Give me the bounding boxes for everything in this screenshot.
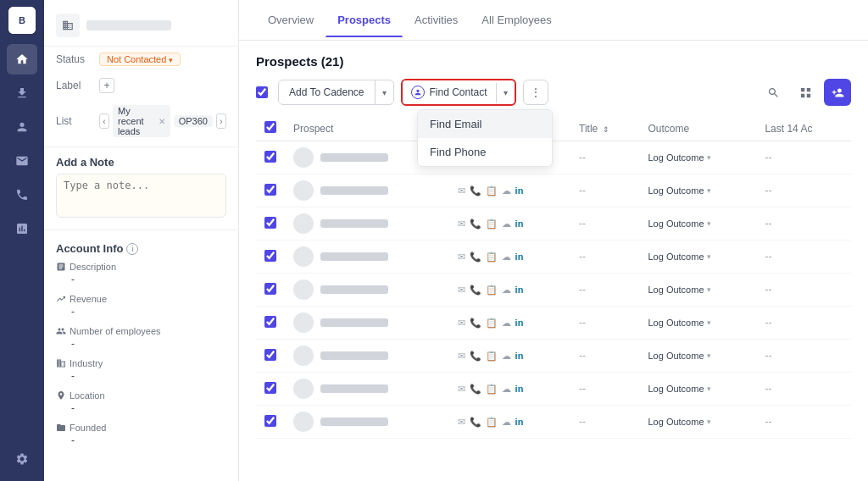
- select-all-checkbox[interactable]: [256, 86, 268, 98]
- calendar-icon[interactable]: 📋: [486, 185, 498, 196]
- find-email-option[interactable]: Find Email: [418, 110, 552, 138]
- contact-icons: ✉ 📞 📋 ☁ in: [458, 351, 562, 362]
- row-checkbox-cell: [256, 174, 285, 207]
- linkedin-icon[interactable]: in: [515, 351, 524, 361]
- phone-icon[interactable]: 📞: [470, 318, 481, 329]
- email-icon[interactable]: ✉: [458, 351, 465, 362]
- nav-settings-icon[interactable]: [7, 444, 37, 474]
- calendar-icon[interactable]: 📋: [486, 285, 498, 296]
- cloud-icon[interactable]: ☁: [502, 285, 511, 296]
- phone-icon[interactable]: 📞: [470, 252, 481, 263]
- email-icon[interactable]: ✉: [458, 318, 465, 329]
- nav-download-icon[interactable]: [7, 78, 37, 108]
- tab-overview[interactable]: Overview: [256, 3, 326, 36]
- log-outcome-button[interactable]: Log Outcome: [648, 351, 748, 361]
- email-icon[interactable]: ✉: [458, 285, 465, 296]
- row-checkbox[interactable]: [264, 217, 276, 229]
- find-contact-dropdown-menu: Find Email Find Phone: [417, 109, 553, 167]
- phone-icon[interactable]: 📞: [470, 285, 481, 296]
- log-outcome-button[interactable]: Log Outcome: [648, 417, 748, 427]
- search-button[interactable]: [760, 79, 787, 106]
- add-to-cadence-button[interactable]: Add To Cadence: [279, 81, 375, 103]
- calendar-icon[interactable]: 📋: [486, 384, 498, 395]
- description-label: Description: [70, 262, 116, 272]
- row-contact-icons-cell: ✉ 📞 📋 ☁ in: [449, 373, 570, 406]
- linkedin-icon[interactable]: in: [515, 252, 524, 262]
- phone-icon[interactable]: 📞: [470, 417, 481, 428]
- calendar-icon[interactable]: 📋: [486, 417, 498, 428]
- phone-icon[interactable]: 📞: [470, 351, 481, 362]
- row-checkbox[interactable]: [264, 250, 276, 262]
- row-checkbox[interactable]: [264, 349, 276, 361]
- nav-home-icon[interactable]: [7, 44, 37, 75]
- log-outcome-button[interactable]: Log Outcome: [648, 318, 748, 328]
- list-next-button[interactable]: ›: [216, 113, 226, 129]
- row-title-cell: --: [570, 274, 639, 307]
- note-textarea[interactable]: [56, 174, 226, 218]
- cloud-icon[interactable]: ☁: [502, 417, 511, 428]
- email-icon[interactable]: ✉: [458, 252, 465, 263]
- row-checkbox[interactable]: [264, 316, 276, 328]
- find-phone-option[interactable]: Find Phone: [418, 138, 552, 166]
- email-icon[interactable]: ✉: [458, 185, 465, 196]
- linkedin-icon[interactable]: in: [515, 417, 524, 427]
- email-icon[interactable]: ✉: [458, 384, 465, 395]
- linkedin-icon[interactable]: in: [515, 384, 524, 394]
- calendar-icon[interactable]: 📋: [486, 318, 498, 329]
- cloud-icon[interactable]: ☁: [502, 218, 511, 229]
- log-outcome-button[interactable]: Log Outcome: [648, 218, 748, 229]
- cloud-icon[interactable]: ☁: [502, 185, 511, 196]
- phone-icon[interactable]: 📞: [470, 185, 481, 196]
- header-checkbox[interactable]: [264, 121, 276, 133]
- calendar-icon[interactable]: 📋: [486, 351, 498, 362]
- list-tag-remove-icon[interactable]: ✕: [159, 117, 165, 126]
- cloud-icon[interactable]: ☁: [502, 351, 511, 362]
- nav-phone-icon[interactable]: [7, 180, 37, 210]
- row-checkbox[interactable]: [264, 184, 276, 196]
- row-prospect-cell: [285, 406, 449, 439]
- log-outcome-button[interactable]: Log Outcome: [648, 384, 748, 394]
- row-checkbox[interactable]: [264, 151, 276, 163]
- row-checkbox[interactable]: [264, 283, 276, 295]
- nav-mail-icon[interactable]: [7, 146, 37, 176]
- prospect-name: [293, 246, 441, 267]
- phone-icon[interactable]: 📞: [470, 218, 481, 229]
- calendar-icon[interactable]: 📋: [486, 252, 498, 263]
- table-row: ✉ 📞 📋 ☁ in -- Log Outcome --: [256, 373, 851, 406]
- add-person-button[interactable]: [824, 79, 851, 106]
- list-tag-op360[interactable]: OP360: [174, 115, 213, 127]
- calendar-icon[interactable]: 📋: [486, 218, 498, 229]
- cloud-icon[interactable]: ☁: [502, 318, 511, 329]
- cloud-icon[interactable]: ☁: [502, 252, 511, 263]
- grid-view-button[interactable]: [792, 79, 819, 106]
- log-outcome-button[interactable]: Log Outcome: [648, 185, 748, 196]
- row-checkbox[interactable]: [264, 382, 276, 394]
- linkedin-icon[interactable]: in: [515, 185, 524, 196]
- find-contact-button[interactable]: Find Contact: [403, 80, 496, 104]
- status-badge[interactable]: Not Contacted: [99, 53, 181, 66]
- row-checkbox[interactable]: [264, 415, 276, 427]
- log-outcome-button[interactable]: Log Outcome: [648, 152, 748, 163]
- find-contact-dropdown-button[interactable]: ▾: [496, 83, 515, 102]
- add-to-cadence-dropdown-button[interactable]: ▾: [376, 83, 393, 102]
- list-tag-recent-leads[interactable]: My recent leads ✕: [113, 105, 170, 137]
- log-outcome-button[interactable]: Log Outcome: [648, 252, 748, 262]
- linkedin-icon[interactable]: in: [515, 285, 524, 295]
- nav-person-icon[interactable]: [7, 112, 37, 142]
- list-prev-button[interactable]: ‹: [99, 113, 109, 129]
- linkedin-icon[interactable]: in: [515, 218, 524, 229]
- contact-icons: ✉ 📞 📋 ☁ in: [458, 185, 562, 196]
- email-icon[interactable]: ✉: [458, 417, 465, 428]
- tab-prospects[interactable]: Prospects: [326, 3, 403, 36]
- nav-chart-icon[interactable]: [7, 213, 37, 244]
- more-options-button[interactable]: ⋮: [523, 80, 548, 105]
- log-outcome-button[interactable]: Log Outcome: [648, 285, 748, 295]
- email-icon[interactable]: ✉: [458, 218, 465, 229]
- linkedin-icon[interactable]: in: [515, 318, 524, 328]
- tab-all-employees[interactable]: All Employees: [470, 3, 563, 36]
- tab-activities[interactable]: Activities: [403, 3, 470, 36]
- phone-icon[interactable]: 📞: [470, 384, 481, 395]
- cloud-icon[interactable]: ☁: [502, 384, 511, 395]
- add-label-button[interactable]: +: [99, 78, 114, 93]
- status-row: Status Not Contacted: [44, 47, 238, 72]
